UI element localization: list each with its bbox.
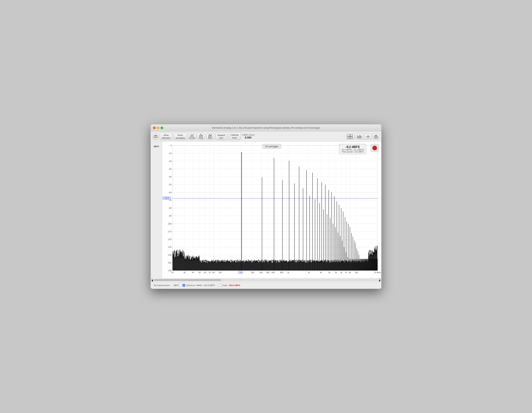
scroll-right-arrow[interactable]: ▸ — [379, 279, 380, 281]
levels-icon[interactable] — [356, 134, 363, 139]
calibrate-level-button[interactable]: Calibrate level — [228, 133, 241, 140]
scroll-area[interactable]: ◂ ▸ — [151, 278, 381, 282]
svg-rect-7 — [348, 137, 350, 138]
svg-marker-17 — [366, 136, 367, 137]
peak-checkbox[interactable] — [219, 284, 221, 287]
horizontal-scrollbar[interactable] — [154, 279, 378, 281]
traffic-lights — [153, 127, 163, 129]
spectrum-label: Spectrum — [186, 284, 195, 286]
measurement-section: No measurement — [154, 284, 170, 286]
dbfs-status-label: dBFS — [173, 284, 179, 286]
current-label: Current — [189, 137, 195, 139]
peak-readout: -9.2 dBFS -10.4 dBFSC, -12.2 dBFSA Peak … — [339, 144, 366, 154]
peak-sub2: Peak sample: -0.43 dBFS — [341, 151, 364, 153]
current-button[interactable]: Current — [188, 133, 196, 140]
camera-icon-button[interactable] — [152, 134, 159, 140]
dbfs-axis-label: dBFS — [153, 145, 159, 148]
left-panel: dBFS — [151, 142, 162, 278]
svg-rect-6 — [350, 135, 352, 136]
status-bar: No measurement dBFS ✓ Spectrum -155.8 dB… — [151, 282, 381, 289]
peak-button[interactable]: Peak — [197, 133, 205, 140]
toolbar-right — [346, 134, 380, 139]
no-measurement-label: No measurement — [154, 284, 170, 286]
both-label: Both — [208, 137, 212, 139]
svg-point-19 — [375, 136, 377, 137]
window-title: Element24 (Analog 1-2) 1 262,144-point S… — [212, 127, 320, 129]
both-button[interactable]: Both — [206, 133, 214, 140]
move-icon[interactable] — [365, 134, 371, 139]
dbfs-section: dBFS — [173, 284, 179, 286]
spectrum-line-sample — [196, 285, 202, 285]
record-button[interactable]: 78% — [371, 144, 379, 152]
main-window: Element24 (Analog 1-2) 1 262,144-point S… — [151, 124, 381, 289]
show-distortion-button[interactable]: Show distortion — [160, 133, 172, 140]
svg-rect-12 — [361, 136, 361, 138]
chart-area: 16 averages -9.2 dBFS -10.4 dBFSC, -12.2… — [162, 142, 381, 278]
close-button[interactable] — [153, 127, 156, 129]
maximize-button[interactable] — [161, 127, 163, 129]
calibrate-label: Calibrate level — [230, 134, 239, 139]
spectrum-section: ✓ Spectrum -155.8 dBFS — [182, 284, 215, 287]
peak-sub1: -10.4 dBFSC, -12.2 dBFSA — [341, 149, 364, 151]
peak-section: Peak -155.6 dBFS — [219, 284, 240, 287]
spectrum-checkbox[interactable]: ✓ — [182, 284, 185, 287]
svg-point-1 — [155, 136, 156, 137]
calibrate-value: 8.000 — [245, 136, 251, 139]
spectrum-value: -155.8 dBFS — [203, 284, 215, 286]
peak-status-value: -155.6 dBFS — [228, 284, 240, 286]
svg-rect-10 — [358, 136, 359, 138]
calibrate-value-display: 0 dBFS (Vrms) 8.000 — [242, 134, 255, 139]
spectrum-canvas — [162, 142, 381, 278]
minimize-button[interactable] — [157, 127, 159, 129]
calibrate-group: Calibrate level — [228, 133, 241, 140]
svg-marker-16 — [368, 138, 368, 138]
toolbar: Show distortion Reset averaging Current … — [151, 131, 381, 142]
svg-marker-18 — [369, 136, 370, 137]
svg-rect-8 — [350, 137, 352, 138]
svg-marker-15 — [368, 135, 368, 136]
averages-badge: 16 averages — [262, 144, 281, 149]
svg-rect-5 — [348, 135, 350, 136]
peak-label: Peak — [199, 137, 203, 139]
stepped-sine-button[interactable]: Stepped sine — [215, 133, 227, 140]
title-bar: Element24 (Analog 1-2) 1 262,144-point S… — [151, 124, 381, 131]
reset-averaging-button[interactable]: Reset averaging — [174, 133, 187, 140]
svg-rect-9 — [357, 135, 358, 138]
svg-rect-11 — [360, 135, 360, 138]
content-area: dBFS 16 averages -9.2 dBFS -10.4 dBFSC, … — [151, 142, 381, 278]
calibrate-unit: 0 dBFS (Vrms) — [242, 134, 255, 136]
multi-display-icon[interactable] — [346, 134, 354, 139]
record-percentage: 78% — [374, 149, 377, 151]
peak-status-label: Peak — [222, 284, 227, 286]
peak-main-value: -9.2 dBFS — [341, 145, 364, 149]
scroll-left-arrow[interactable]: ◂ — [152, 279, 153, 281]
settings-gear-icon[interactable] — [373, 134, 380, 139]
